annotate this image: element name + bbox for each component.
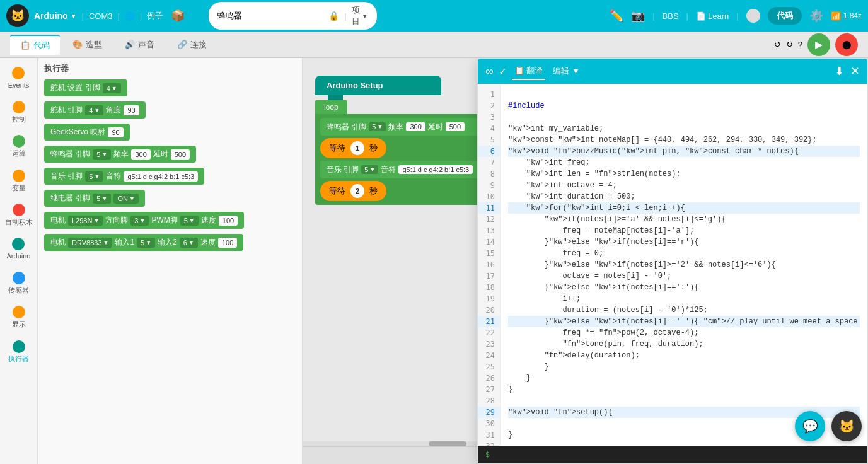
motor-in1-dropdown[interactable]: 5 ▼ — [137, 238, 155, 248]
servo-pin-block[interactable]: 舵机 设置 引脚 4 ▼ — [44, 79, 127, 96]
block-row-geekservo: GeekServo 映射 90 — [44, 124, 296, 141]
motor-drv-speed-value[interactable]: 100 — [218, 238, 237, 248]
check-icon[interactable]: ✓ — [499, 66, 507, 78]
line-num-13: 13 — [478, 225, 500, 236]
run-btn[interactable]: ▶ — [807, 33, 830, 56]
undo-btn[interactable]: ↺ — [774, 40, 781, 49]
code-line-15: freq = 0; — [508, 248, 860, 259]
sidebar-item-arduino[interactable]: Arduino — [4, 234, 33, 264]
code-content[interactable]: #include "kw">int my_variable;"kw">const… — [501, 84, 867, 446]
motor-type-dropdown[interactable]: L298N ▼ — [68, 216, 103, 226]
canvas-music-pin[interactable]: 5 ▼ — [361, 165, 378, 174]
help-btn[interactable]: ? — [798, 40, 802, 49]
cat-btn[interactable]: 🐱 — [831, 411, 862, 441]
sidebar-item-calc[interactable]: 运算 — [9, 131, 28, 161]
servo-pin-dropdown[interactable]: 4 ▼ — [103, 83, 121, 93]
motor-drv-type-dropdown[interactable]: DRV8833 ▼ — [68, 238, 112, 248]
canvas-wait1[interactable]: 等待 1 秒 — [320, 138, 386, 158]
sidebar-item-actuator[interactable]: 执行器 — [6, 337, 32, 367]
canvas-area: Arduino Setup loop 蜂鸣器 引脚 5 ▼ 频率 300 延时 … — [303, 58, 868, 464]
canvas-buzzer-block[interactable]: 蜂鸣器 引脚 5 ▼ 频率 300 延时 500 — [320, 118, 487, 136]
music-block[interactable]: 音乐 引脚 5 ▼ 音符 g5:1 d c g4:2 b:1 c5:3 — [44, 168, 204, 185]
motor-speed-value[interactable]: 100 — [219, 216, 238, 226]
close-icon[interactable]: ✕ — [850, 64, 860, 78]
var-label: 变量 — [12, 184, 26, 192]
wait2-label: 等待 — [329, 185, 345, 197]
line-num-32: 32 — [478, 441, 500, 446]
geekservo-value[interactable]: 90 — [108, 127, 123, 137]
arduino-dot — [12, 238, 25, 250]
sub-nav: 📋 代码 🎨 造型 🔊 声音 🔗 连接 ↺ ↻ ? ▶ ⬤ — [0, 32, 868, 58]
code-line-11: "kw">for("kw">int i=0;i < len;i++){ — [508, 202, 860, 214]
servo-angle-block[interactable]: 舵机 引脚 4 ▼ 角度 90 — [44, 102, 146, 119]
arduino-label: Arduino — [34, 11, 68, 21]
search-input[interactable] — [217, 11, 323, 21]
blocks-panel: 执行器 舵机 设置 引脚 4 ▼ 舵机 引脚 4 ▼ 角度 90 GeekSer… — [38, 58, 303, 464]
servo-angle-pin-dropdown[interactable]: 4 ▼ — [85, 105, 103, 115]
com-label[interactable]: COM3 — [89, 11, 113, 21]
tab-sound[interactable]: 🔊 声音 — [115, 35, 165, 54]
canvas-buzzer-delay[interactable]: 500 — [446, 122, 465, 131]
sidebar-item-events[interactable]: Events — [6, 63, 32, 93]
pencil-icon[interactable]: ✏️ — [610, 9, 623, 23]
sidebar-item-custom[interactable]: 自制积木 — [3, 200, 35, 230]
arduino-dropdown[interactable]: Arduino ▼ — [34, 11, 77, 21]
sidebar-item-control[interactable]: 控制 — [9, 97, 28, 127]
motor-pwm-dropdown[interactable]: 5 ▼ — [180, 216, 199, 226]
project-dropdown[interactable]: 项目 ▼ — [352, 4, 368, 27]
servo-angle-value[interactable]: 90 — [124, 105, 139, 115]
learn-label: Learn — [708, 11, 729, 21]
arduino-chevron-icon: ▼ — [71, 13, 77, 20]
motor-dir-dropdown[interactable]: 3 ▼ — [130, 216, 149, 226]
left-sidebar: Events 控制 运算 变量 自制积木 Arduino 传感器 显示 — [0, 58, 38, 464]
relay-state-dropdown[interactable]: ON ▼ — [113, 194, 138, 204]
learn-btn[interactable]: 📄 Learn — [696, 11, 729, 21]
redo-btn[interactable]: ↻ — [786, 40, 793, 49]
sidebar-item-sensor[interactable]: 传感器 — [6, 268, 32, 298]
sub-nav-right: ↺ ↻ ? ▶ ⬤ — [774, 33, 858, 56]
code-line-16: }"kw">else "kw">if(notes[i]>='2' && note… — [508, 259, 860, 270]
code-btn[interactable]: 代码 — [768, 7, 802, 25]
relay-block[interactable]: 继电器 引脚 5 ▼ ON ▼ — [44, 190, 145, 207]
geekservo-block[interactable]: GeekServo 映射 90 — [44, 124, 130, 141]
relay-pin-dropdown[interactable]: 5 ▼ — [93, 194, 111, 204]
sidebar-item-display[interactable]: 显示 — [9, 302, 28, 332]
canvas-buzzer-pin[interactable]: 5 ▼ — [369, 122, 386, 131]
download-icon[interactable]: ⬇ — [835, 64, 844, 78]
tab-connect[interactable]: 🔗 连接 — [167, 35, 217, 54]
gear-icon[interactable]: ⚙️ — [809, 9, 823, 23]
canvas-wait2[interactable]: 等待 2 秒 — [320, 181, 386, 201]
sidebar-item-var[interactable]: 变量 — [9, 166, 28, 196]
camera-icon[interactable]: 📷 — [631, 9, 645, 23]
buzzer-block[interactable]: 蜂鸣器 引脚 5 ▼ 频率 300 延时 500 — [44, 146, 196, 163]
translate-tab[interactable]: 📋 翻译 — [512, 62, 546, 80]
example-btn[interactable]: 例子 — [147, 10, 163, 21]
tab-shape[interactable]: 🎨 造型 — [62, 35, 112, 54]
motor-drv-block[interactable]: 电机 DRV8833 ▼ 输入1 5 ▼ 输入2 6 ▼ 速度 100 — [44, 234, 243, 251]
buzzer-pin-dropdown[interactable]: 5 ▼ — [93, 149, 111, 160]
var-dot — [13, 170, 25, 182]
code-line-12: "kw">if(notes[i]>='a' && notes[i]<='g'){ — [508, 214, 860, 225]
buzzer-freq-value[interactable]: 300 — [131, 149, 150, 160]
music-pin-dropdown[interactable]: 5 ▼ — [85, 171, 103, 182]
globe-btn[interactable]: 🌐 — [125, 11, 135, 21]
tab-code[interactable]: 📋 代码 — [10, 35, 60, 55]
motor-in2-dropdown[interactable]: 6 ▼ — [180, 238, 198, 248]
edit-tab[interactable]: 编辑 ▼ — [550, 63, 582, 79]
music-note-value[interactable]: g5:1 d c g4:2 b:1 c5:3 — [124, 171, 198, 182]
code-tab-label: 代码 — [33, 40, 50, 51]
buzzer-delay-value[interactable]: 500 — [171, 149, 190, 160]
canvas-music-notes[interactable]: g5:1 d c g4:2 b:1 c5:3 — [398, 165, 473, 174]
blocks-panel-title: 执行器 — [44, 63, 296, 74]
motor-l298n-block[interactable]: 电机 L298N ▼ 方向脚 3 ▼ PWM脚 5 ▼ 速度 100 — [44, 212, 244, 229]
canvas-buzzer-freq[interactable]: 300 — [406, 122, 425, 131]
control-label: 控制 — [12, 115, 26, 124]
sensor-label: 传感器 — [8, 286, 29, 294]
chat-btn[interactable]: 💬 — [795, 411, 825, 441]
custom-label: 自制积木 — [5, 218, 33, 226]
canvas-buzzer-label: 蜂鸣器 引脚 — [327, 122, 366, 132]
control-dot — [13, 101, 25, 113]
canvas-music-block[interactable]: 音乐 引脚 5 ▼ 音符 g5:1 d c g4:2 b:1 c5:3 — [320, 161, 487, 178]
bbs-btn[interactable]: BBS — [663, 11, 679, 21]
stop-btn[interactable]: ⬤ — [835, 33, 858, 56]
